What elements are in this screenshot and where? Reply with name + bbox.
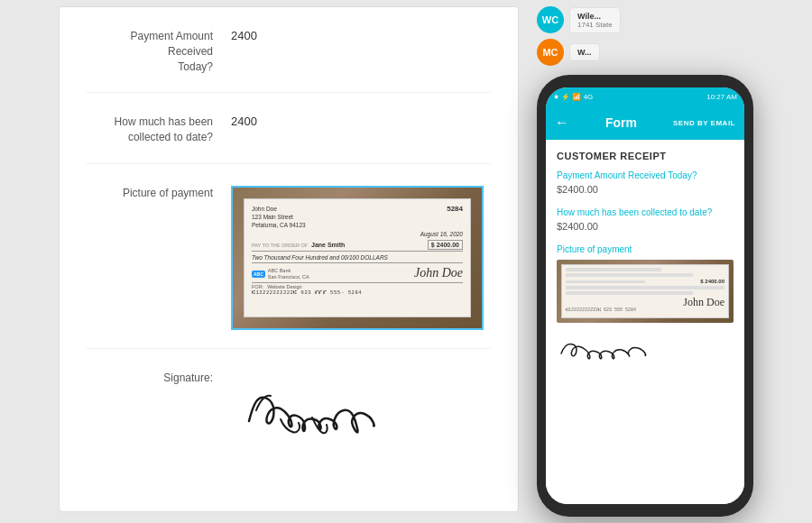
payment-amount-row: Payment Amount ReceivedToday? 2400 — [87, 25, 491, 93]
check-payto-name: Jane Smith — [311, 242, 428, 248]
check-bank-logo: ABC — [252, 271, 265, 278]
check-number: 5284 — [447, 205, 463, 229]
phone-signature-svg — [557, 335, 674, 367]
phone-back-button[interactable]: ← — [555, 115, 569, 131]
check-bank-sig-area: ABC ABC Bank San Francisco, CA John Doe — [252, 266, 463, 280]
phone-field-label-2: How much has been collected to date? — [557, 207, 734, 217]
payment-amount-value: 2400 — [231, 25, 491, 42]
signature-row: Signature: — [87, 367, 491, 475]
signature-value — [231, 367, 491, 457]
phone-status-time: 10:27 AM — [706, 93, 737, 101]
check-line-3 — [566, 280, 645, 283]
picture-payment-row: Picture of payment John Doe 123 Main Str… — [87, 182, 491, 349]
check-line-4 — [566, 286, 724, 289]
form-panel: Payment Amount ReceivedToday? 2400 How m… — [59, 6, 519, 512]
phone-field-value-2: $2400.00 — [557, 221, 734, 232]
phone-field-collected: How much has been collected to date? $24… — [557, 207, 734, 232]
phone-field-picture: Picture of payment $ 2400.00 — [557, 244, 734, 323]
phone-field-label-1: Payment Amount Received Today? — [557, 170, 734, 180]
check-amount-small: $ 2400.00 — [700, 279, 724, 284]
phone-signature-area — [557, 335, 734, 372]
collected-amount-value: 2400 — [231, 111, 491, 128]
chat-list: WC Wile... 1741 State MC W... — [537, 6, 753, 66]
check-overlay: John Doe 123 Main Street Petaluma, CA 94… — [244, 198, 471, 317]
check-amount-box: $ 2400.00 — [428, 240, 463, 250]
check-background: John Doe 123 Main Street Petaluma, CA 94… — [233, 188, 482, 328]
check-memo: FOR: Website Design — [252, 282, 463, 289]
chat-preview-wc: Wile... 1741 State — [569, 7, 621, 33]
check-date: August 16, 2020 — [252, 231, 463, 237]
chat-name-mc: W... — [577, 48, 592, 57]
chat-item-mc[interactable]: MC W... — [537, 39, 753, 66]
phone-check-inner: $ 2400.00 John Doe ⑆12222222222⑆ 623 555… — [561, 264, 729, 318]
phone-field-signature — [557, 335, 734, 372]
phone-app-header: ← Form SEND BY EMAIL — [546, 106, 744, 140]
check-line-5 — [566, 291, 693, 295]
check-bank-details: ABC Bank San Francisco, CA — [268, 268, 309, 280]
phone-screen: ★ ⚡ 📶 4G 10:27 AM ← Form SEND BY EMAIL C… — [546, 87, 744, 504]
chat-preview-mc: W... — [569, 43, 600, 61]
phone-check-sig: John Doe — [566, 297, 724, 307]
check-signature: John Doe — [414, 266, 463, 280]
phone-check-image: $ 2400.00 John Doe ⑆12222222222⑆ 623 555… — [557, 260, 734, 323]
phone-form-title: Form — [605, 115, 637, 130]
check-header: John Doe 123 Main Street Petaluma, CA 94… — [252, 205, 463, 229]
phone-send-button[interactable]: SEND BY EMAIL — [673, 119, 735, 127]
phone-form-section-title: CUSTOMER RECEIPT — [557, 151, 734, 161]
collected-amount-row: How much has beencollected to date? 2400 — [87, 111, 491, 164]
check-routing: ⑆12222222222⑆ 623 ⑈⑈⑈ 555⁕ 5284 — [252, 289, 463, 296]
picture-payment-value: John Doe 123 Main Street Petaluma, CA 94… — [231, 182, 491, 330]
check-payer-info: John Doe 123 Main Street Petaluma, CA 94… — [252, 205, 306, 229]
phone-status-bar: ★ ⚡ 📶 4G 10:27 AM — [546, 87, 744, 106]
main-container: Payment Amount ReceivedToday? 2400 How m… — [41, 0, 771, 523]
check-line-1 — [566, 268, 661, 271]
check-image: John Doe 123 Main Street Petaluma, CA 94… — [231, 186, 484, 330]
payment-amount-label: Payment Amount ReceivedToday? — [87, 25, 231, 74]
avatar-wc: WC — [537, 6, 564, 33]
check-payto: PAY TO THE ORDER OF Jane Smith $ 2400.00 — [252, 240, 463, 252]
phone-container: WC Wile... 1741 State MC W... — [537, 6, 753, 517]
picture-payment-label: Picture of payment — [87, 182, 231, 201]
check-line-2 — [566, 273, 693, 277]
avatar-mc: MC — [537, 39, 564, 66]
chat-address-wc: 1741 State — [577, 21, 613, 29]
phone-content: CUSTOMER RECEIPT Payment Amount Received… — [546, 140, 744, 504]
signature-label: Signature: — [87, 367, 231, 386]
chat-name-wc: Wile... — [577, 12, 613, 21]
check-payto-label: PAY TO THE ORDER OF — [252, 243, 308, 248]
check-written-amount: Two Thousand Four Hundred and 00/100 DOL… — [252, 254, 463, 263]
collected-amount-label: How much has beencollected to date? — [87, 111, 231, 145]
phone-field-label-3: Picture of payment — [557, 244, 734, 254]
phone-device: ★ ⚡ 📶 4G 10:27 AM ← Form SEND BY EMAIL C… — [537, 75, 753, 517]
phone-field-payment-amount: Payment Amount Received Today? $2400.00 — [557, 170, 734, 195]
check-bank-info: ABC ABC Bank San Francisco, CA — [252, 268, 309, 280]
phone-field-value-1: $2400.00 — [557, 184, 734, 195]
phone-status-left: ★ ⚡ 📶 4G — [553, 93, 593, 101]
chat-item-wc[interactable]: WC Wile... 1741 State — [537, 6, 753, 33]
signature-svg — [231, 376, 411, 448]
